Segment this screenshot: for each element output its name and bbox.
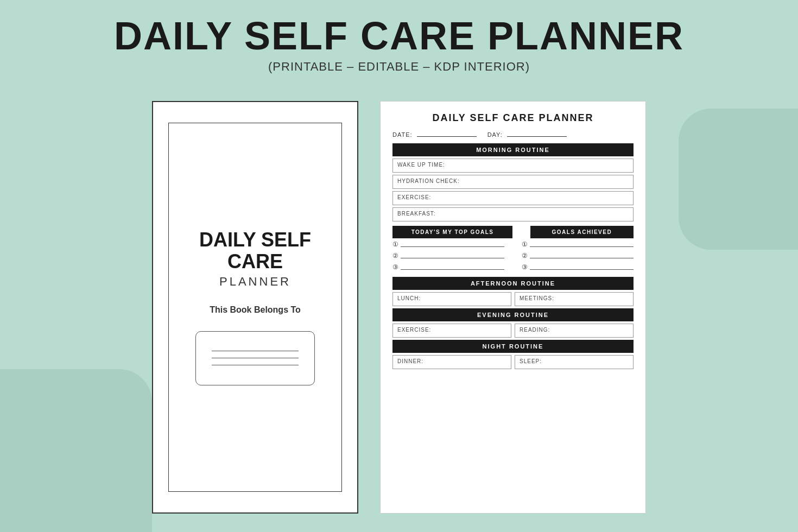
goals-left: ① ② ③	[392, 240, 504, 275]
evening-fields: EXERCISE: READING:	[392, 324, 634, 338]
cover-title-light: PLANNER	[169, 275, 341, 289]
main-title: DAILY SELF CARE PLANNER	[11, 16, 787, 55]
goal-2-left-number: ②	[392, 252, 398, 259]
main-content: DAILY SELF CARE PLANNER This Book Belong…	[0, 85, 798, 524]
afternoon-fields: LUNCH: MEETINGS:	[392, 292, 634, 306]
hydration-check-field[interactable]: HYDRATION CHECK:	[392, 175, 634, 189]
goal-2-right-number: ②	[522, 252, 528, 259]
cover-titles: DAILY SELF CARE PLANNER	[169, 229, 341, 288]
goal-3-left-number: ③	[392, 263, 398, 271]
goal-1-left-number: ①	[392, 240, 398, 248]
cover-inner: DAILY SELF CARE PLANNER This Book Belong…	[168, 123, 342, 492]
goal-3-right[interactable]: ③	[522, 263, 634, 271]
goal-2-right[interactable]: ②	[522, 252, 634, 259]
name-box	[195, 331, 315, 385]
goal-1-right-number: ①	[522, 240, 528, 248]
meetings-field[interactable]: MEETINGS:	[515, 292, 634, 306]
goal-1-left-line	[401, 246, 504, 247]
day-field: DAY:	[487, 131, 567, 138]
goal-1-left[interactable]: ①	[392, 240, 504, 248]
planner-title: DAILY SELF CARE PLANNER	[392, 112, 634, 124]
goals-row: ① ② ③ ①	[392, 240, 634, 275]
breakfast-field[interactable]: BREAKFAST:	[392, 207, 634, 221]
dinner-field[interactable]: DINNER:	[392, 355, 511, 369]
belongs-to: This Book Belongs To	[210, 305, 301, 315]
evening-routine-header: EVENING ROUTINE	[392, 308, 634, 321]
exercise-morning-field[interactable]: EXERCISE:	[392, 191, 634, 205]
cover-page: DAILY SELF CARE PLANNER This Book Belong…	[152, 101, 358, 514]
day-line	[507, 136, 567, 137]
header-subtitle: (PRINTABLE – EDITABLE – KDP INTERIOR)	[11, 60, 787, 74]
afternoon-routine-header: AFTERNOON ROUTINE	[392, 277, 634, 290]
wake-up-time-field[interactable]: WAKE UP TIME:	[392, 159, 634, 173]
name-line-1	[212, 351, 299, 351]
morning-routine-header: MORNING ROUTINE	[392, 143, 634, 156]
goals-right: ① ② ③	[522, 240, 634, 275]
goal-1-right-line	[530, 246, 634, 247]
night-fields: DINNER: SLEEP:	[392, 355, 634, 369]
name-line-2	[212, 358, 299, 358]
planner-page: DAILY SELF CARE PLANNER DATE: DAY: MORNI…	[380, 101, 646, 514]
goal-3-right-number: ③	[522, 263, 528, 271]
header: DAILY SELF CARE PLANNER (PRINTABLE – EDI…	[0, 0, 798, 85]
top-goals-header: TODAY'S MY TOP GOALS	[392, 226, 512, 238]
goals-headers: TODAY'S MY TOP GOALS GOALS ACHIEVED	[392, 226, 634, 238]
reading-field[interactable]: READING:	[515, 324, 634, 338]
cover-title-bold: DAILY SELF CARE	[169, 229, 341, 272]
exercise-evening-field[interactable]: EXERCISE:	[392, 324, 511, 338]
goal-1-right[interactable]: ①	[522, 240, 634, 248]
goals-achieved-header: GOALS ACHIEVED	[530, 226, 634, 238]
goal-3-left[interactable]: ③	[392, 263, 504, 271]
date-row: DATE: DAY:	[392, 131, 634, 138]
goal-2-left-line	[401, 258, 504, 258]
lunch-field[interactable]: LUNCH:	[392, 292, 511, 306]
date-field: DATE:	[392, 131, 477, 138]
sleep-field[interactable]: SLEEP:	[515, 355, 634, 369]
goal-2-right-line	[530, 258, 634, 258]
date-line	[417, 136, 477, 137]
night-routine-header: NIGHT ROUTINE	[392, 340, 634, 353]
goal-3-left-line	[401, 269, 504, 270]
goal-3-right-line	[530, 269, 634, 270]
goal-2-left[interactable]: ②	[392, 252, 504, 259]
name-line-3	[212, 365, 299, 365]
